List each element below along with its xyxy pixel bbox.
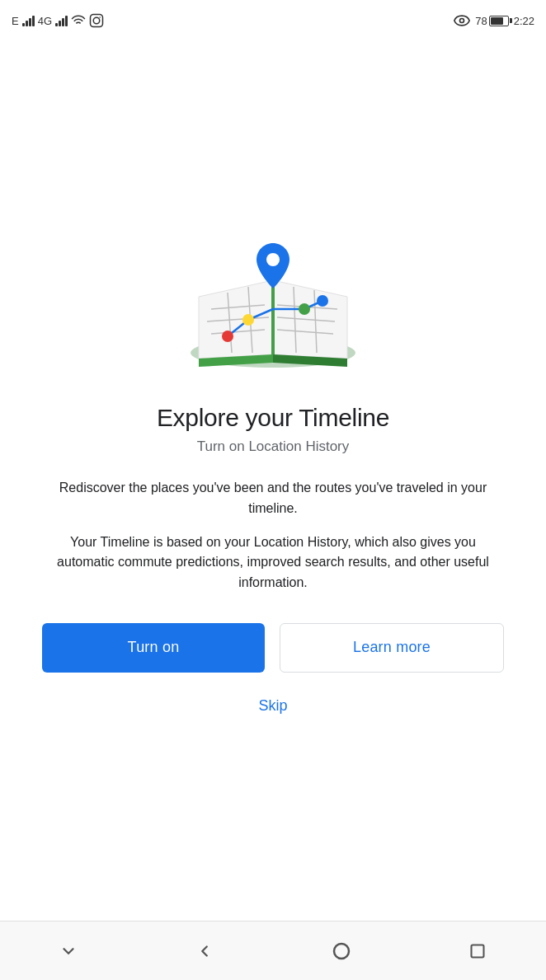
learn-more-button[interactable]: Learn more bbox=[280, 623, 504, 673]
page-title: Explore your Timeline bbox=[157, 404, 389, 432]
battery-text: 78 bbox=[475, 15, 487, 27]
main-content: Explore your Timeline Turn on Location H… bbox=[0, 41, 546, 921]
status-bar: E 4G 78 2:22 bbox=[0, 0, 546, 41]
svg-rect-0 bbox=[91, 15, 103, 27]
signal-bars-2 bbox=[55, 15, 68, 26]
back-icon bbox=[195, 942, 214, 960]
nav-bar bbox=[0, 921, 546, 980]
svg-point-19 bbox=[266, 253, 280, 266]
hotspot-icon bbox=[71, 13, 86, 28]
chevron-down-icon bbox=[59, 942, 78, 960]
square-icon bbox=[469, 943, 486, 959]
description-1: Rediscover the places you've been and th… bbox=[42, 478, 504, 519]
nav-down-button[interactable] bbox=[44, 926, 93, 976]
skip-link[interactable]: Skip bbox=[258, 697, 287, 715]
description-2: Your Timeline is based on your Location … bbox=[42, 532, 504, 593]
nav-home-button[interactable] bbox=[317, 926, 366, 976]
status-right: 78 2:22 bbox=[454, 15, 534, 27]
turn-on-button[interactable]: Turn on bbox=[42, 623, 265, 673]
buttons-row: Turn on Learn more bbox=[42, 623, 504, 673]
signal-bars bbox=[22, 15, 35, 26]
svg-point-16 bbox=[242, 314, 254, 326]
svg-rect-21 bbox=[472, 945, 484, 957]
home-circle-icon bbox=[332, 941, 351, 961]
svg-point-1 bbox=[93, 17, 100, 24]
svg-point-17 bbox=[299, 303, 310, 315]
network-4g: 4G bbox=[38, 15, 52, 27]
instagram-icon bbox=[89, 13, 104, 28]
map-illustration bbox=[182, 231, 364, 379]
svg-point-20 bbox=[334, 944, 349, 959]
nav-back-button[interactable] bbox=[180, 926, 229, 976]
battery-container: 78 bbox=[475, 15, 508, 27]
time-text: 2:22 bbox=[514, 15, 534, 27]
page-subtitle: Turn on Location History bbox=[197, 438, 350, 455]
carrier-text: E bbox=[12, 15, 19, 27]
svg-point-3 bbox=[460, 19, 464, 23]
svg-point-15 bbox=[222, 331, 233, 342]
svg-point-2 bbox=[99, 16, 101, 18]
nav-recents-button[interactable] bbox=[453, 926, 502, 976]
svg-point-18 bbox=[317, 295, 328, 307]
status-left: E 4G bbox=[12, 13, 104, 28]
eye-icon bbox=[454, 15, 470, 26]
battery-icon bbox=[489, 16, 509, 26]
